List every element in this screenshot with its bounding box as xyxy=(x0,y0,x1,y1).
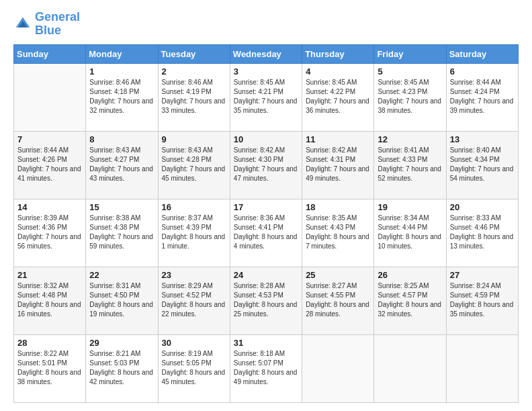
calendar-cell xyxy=(14,63,86,131)
calendar-cell: 22Sunrise: 8:31 AMSunset: 4:50 PMDayligh… xyxy=(86,267,158,334)
calendar-cell: 6Sunrise: 8:44 AMSunset: 4:24 PMDaylight… xyxy=(446,63,518,131)
day-number: 25 xyxy=(306,270,370,280)
day-number: 24 xyxy=(234,270,298,280)
weekday-header-wednesday: Wednesday xyxy=(230,44,302,63)
calendar-cell: 25Sunrise: 8:27 AMSunset: 4:55 PMDayligh… xyxy=(302,267,374,334)
weekday-header-monday: Monday xyxy=(86,44,158,63)
header: General Blue xyxy=(13,11,519,38)
calendar-cell: 11Sunrise: 8:42 AMSunset: 4:31 PMDayligh… xyxy=(302,131,374,199)
day-number: 11 xyxy=(306,134,370,144)
calendar-cell: 10Sunrise: 8:42 AMSunset: 4:30 PMDayligh… xyxy=(230,131,302,199)
day-detail: Sunrise: 8:22 AMSunset: 5:01 PMDaylight:… xyxy=(17,349,82,387)
calendar-table: SundayMondayTuesdayWednesdayThursdayFrid… xyxy=(13,44,519,403)
day-number: 2 xyxy=(162,66,226,77)
day-number: 19 xyxy=(378,202,442,212)
day-number: 1 xyxy=(89,66,154,77)
day-detail: Sunrise: 8:46 AMSunset: 4:19 PMDaylight:… xyxy=(162,78,226,116)
calendar-cell: 14Sunrise: 8:39 AMSunset: 4:36 PMDayligh… xyxy=(14,199,86,267)
calendar-cell xyxy=(374,334,446,402)
calendar-cell: 30Sunrise: 8:19 AMSunset: 5:05 PMDayligh… xyxy=(158,334,230,402)
calendar-cell: 1Sunrise: 8:46 AMSunset: 4:18 PMDaylight… xyxy=(86,63,158,131)
day-number: 4 xyxy=(306,66,370,77)
day-detail: Sunrise: 8:28 AMSunset: 4:53 PMDaylight:… xyxy=(234,281,298,319)
day-detail: Sunrise: 8:37 AMSunset: 4:39 PMDaylight:… xyxy=(162,214,226,251)
calendar-cell: 9Sunrise: 8:43 AMSunset: 4:28 PMDaylight… xyxy=(158,131,230,199)
day-detail: Sunrise: 8:19 AMSunset: 5:05 PMDaylight:… xyxy=(162,349,226,387)
calendar-cell: 28Sunrise: 8:22 AMSunset: 5:01 PMDayligh… xyxy=(14,334,86,402)
day-number: 9 xyxy=(162,134,226,144)
calendar-cell: 21Sunrise: 8:32 AMSunset: 4:48 PMDayligh… xyxy=(14,267,86,334)
weekday-header-tuesday: Tuesday xyxy=(158,44,230,63)
day-number: 28 xyxy=(17,338,82,348)
day-number: 10 xyxy=(234,134,298,144)
logo: General Blue xyxy=(13,11,80,38)
calendar-cell: 18Sunrise: 8:35 AMSunset: 4:43 PMDayligh… xyxy=(302,199,374,267)
logo-text: General Blue xyxy=(35,11,80,38)
calendar-week-row: 7Sunrise: 8:44 AMSunset: 4:26 PMDaylight… xyxy=(14,131,519,199)
day-detail: Sunrise: 8:44 AMSunset: 4:24 PMDaylight:… xyxy=(450,78,515,116)
day-number: 23 xyxy=(162,270,226,280)
day-number: 31 xyxy=(234,338,298,348)
day-number: 20 xyxy=(450,202,515,212)
day-detail: Sunrise: 8:25 AMSunset: 4:57 PMDaylight:… xyxy=(378,281,442,319)
day-number: 12 xyxy=(378,134,442,144)
day-detail: Sunrise: 8:45 AMSunset: 4:21 PMDaylight:… xyxy=(234,78,298,116)
calendar-cell: 17Sunrise: 8:36 AMSunset: 4:41 PMDayligh… xyxy=(230,199,302,267)
day-number: 13 xyxy=(450,134,515,144)
day-number: 21 xyxy=(17,270,82,280)
day-detail: Sunrise: 8:34 AMSunset: 4:44 PMDaylight:… xyxy=(378,214,442,251)
day-number: 30 xyxy=(162,338,226,348)
weekday-header-saturday: Saturday xyxy=(446,44,518,63)
day-number: 5 xyxy=(378,66,442,77)
calendar-cell: 19Sunrise: 8:34 AMSunset: 4:44 PMDayligh… xyxy=(374,199,446,267)
day-number: 3 xyxy=(234,66,298,77)
day-detail: Sunrise: 8:39 AMSunset: 4:36 PMDaylight:… xyxy=(17,214,82,251)
day-detail: Sunrise: 8:46 AMSunset: 4:18 PMDaylight:… xyxy=(89,78,154,116)
day-detail: Sunrise: 8:32 AMSunset: 4:48 PMDaylight:… xyxy=(17,281,82,319)
calendar-cell: 29Sunrise: 8:21 AMSunset: 5:03 PMDayligh… xyxy=(86,334,158,402)
day-detail: Sunrise: 8:38 AMSunset: 4:38 PMDaylight:… xyxy=(89,214,154,251)
calendar-cell: 24Sunrise: 8:28 AMSunset: 4:53 PMDayligh… xyxy=(230,267,302,334)
calendar-cell: 12Sunrise: 8:41 AMSunset: 4:33 PMDayligh… xyxy=(374,131,446,199)
weekday-header-thursday: Thursday xyxy=(302,44,374,63)
day-detail: Sunrise: 8:33 AMSunset: 4:46 PMDaylight:… xyxy=(450,214,515,251)
day-number: 26 xyxy=(378,270,442,280)
day-detail: Sunrise: 8:45 AMSunset: 4:23 PMDaylight:… xyxy=(378,78,442,116)
weekday-header-friday: Friday xyxy=(374,44,446,63)
calendar-week-row: 14Sunrise: 8:39 AMSunset: 4:36 PMDayligh… xyxy=(14,199,519,267)
day-number: 27 xyxy=(450,270,515,280)
day-number: 15 xyxy=(89,202,154,212)
day-detail: Sunrise: 8:43 AMSunset: 4:28 PMDaylight:… xyxy=(162,146,226,183)
day-number: 7 xyxy=(17,134,82,144)
day-detail: Sunrise: 8:35 AMSunset: 4:43 PMDaylight:… xyxy=(306,214,370,251)
calendar-week-row: 28Sunrise: 8:22 AMSunset: 5:01 PMDayligh… xyxy=(14,334,519,402)
day-number: 8 xyxy=(89,134,154,144)
day-number: 17 xyxy=(234,202,298,212)
day-detail: Sunrise: 8:29 AMSunset: 4:52 PMDaylight:… xyxy=(162,281,226,319)
calendar-cell: 23Sunrise: 8:29 AMSunset: 4:52 PMDayligh… xyxy=(158,267,230,334)
calendar-cell: 4Sunrise: 8:45 AMSunset: 4:22 PMDaylight… xyxy=(302,63,374,131)
logo-icon xyxy=(13,15,32,34)
page: General Blue SundayMondayTuesdayWednesda… xyxy=(0,0,532,411)
calendar-cell: 13Sunrise: 8:40 AMSunset: 4:34 PMDayligh… xyxy=(446,131,518,199)
day-detail: Sunrise: 8:31 AMSunset: 4:50 PMDaylight:… xyxy=(89,281,154,319)
day-detail: Sunrise: 8:21 AMSunset: 5:03 PMDaylight:… xyxy=(89,349,154,387)
day-detail: Sunrise: 8:36 AMSunset: 4:41 PMDaylight:… xyxy=(234,214,298,251)
day-detail: Sunrise: 8:43 AMSunset: 4:27 PMDaylight:… xyxy=(89,146,154,183)
day-number: 14 xyxy=(17,202,82,212)
calendar-cell: 26Sunrise: 8:25 AMSunset: 4:57 PMDayligh… xyxy=(374,267,446,334)
calendar-cell xyxy=(446,334,518,402)
calendar-cell xyxy=(302,334,374,402)
day-detail: Sunrise: 8:27 AMSunset: 4:55 PMDaylight:… xyxy=(306,281,370,319)
day-detail: Sunrise: 8:42 AMSunset: 4:30 PMDaylight:… xyxy=(234,146,298,183)
calendar-cell: 5Sunrise: 8:45 AMSunset: 4:23 PMDaylight… xyxy=(374,63,446,131)
calendar-cell: 3Sunrise: 8:45 AMSunset: 4:21 PMDaylight… xyxy=(230,63,302,131)
calendar-cell: 8Sunrise: 8:43 AMSunset: 4:27 PMDaylight… xyxy=(86,131,158,199)
weekday-header-row: SundayMondayTuesdayWednesdayThursdayFrid… xyxy=(14,44,519,63)
calendar-week-row: 21Sunrise: 8:32 AMSunset: 4:48 PMDayligh… xyxy=(14,267,519,334)
calendar-cell: 31Sunrise: 8:18 AMSunset: 5:07 PMDayligh… xyxy=(230,334,302,402)
calendar-cell: 20Sunrise: 8:33 AMSunset: 4:46 PMDayligh… xyxy=(446,199,518,267)
day-detail: Sunrise: 8:18 AMSunset: 5:07 PMDaylight:… xyxy=(234,349,298,387)
day-number: 22 xyxy=(89,270,154,280)
day-number: 29 xyxy=(89,338,154,348)
